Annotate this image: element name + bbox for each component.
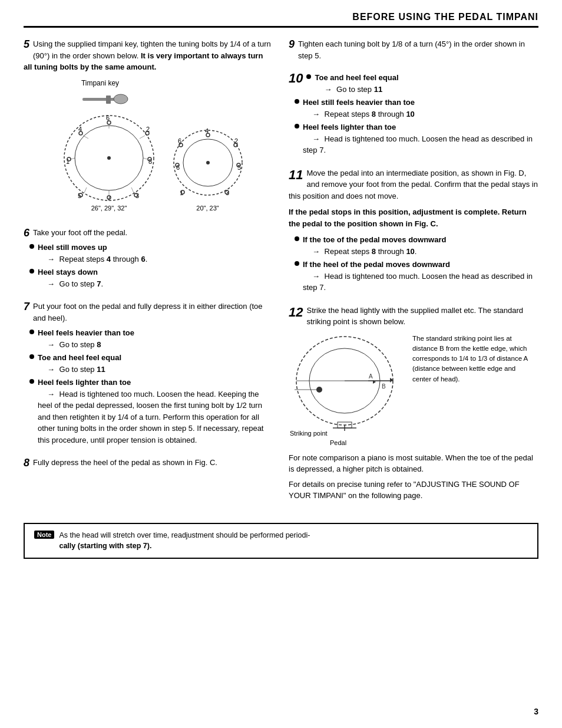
bullet-content: Toe and heel feel equal → Go to step 11: [315, 72, 398, 95]
timpani-key-icon: [82, 91, 130, 108]
step-6-bullets: Heel still moves up → Repeat steps 4 thr…: [29, 242, 271, 289]
note-label: Note: [34, 531, 54, 539]
bullet-dot: [29, 330, 34, 334]
bullet-content: Heel feels heavier than toe → Go to step…: [38, 327, 134, 350]
bullet-dot: [295, 261, 299, 266]
svg-line-26: [84, 187, 87, 193]
step-6-number: 6: [24, 227, 29, 240]
step-11-bullet-2: If the heel of the pedal moves downward …: [295, 259, 538, 294]
note-text: As the head will stretch over time, read…: [59, 530, 310, 552]
step-8-number: 8: [24, 457, 29, 470]
page-header: BEFORE USING THE PEDAL TIMPANI: [24, 12, 538, 28]
step-10-bullets: Toe and heel feel equal → Go to step 11 …: [295, 72, 538, 156]
svg-line-25: [131, 187, 134, 193]
step-12-footer2: For details on precise tuning refer to "…: [289, 479, 538, 502]
content-area: 5 Using the supplied timpani key, tighte…: [24, 38, 538, 511]
drum-1-label: 26", 29", 32": [91, 205, 127, 212]
bullet-dot: [295, 236, 299, 241]
svg-line-23: [140, 136, 145, 139]
step-7-block: 7 Put your foot on the pedal and fully d…: [24, 301, 271, 447]
bullet-content: If the heel of the pedal moves downward …: [303, 259, 538, 294]
bullet-dot: [306, 74, 311, 79]
bullet-dot: [29, 379, 34, 384]
svg-text:1: 1: [65, 158, 69, 165]
step-11-bullet-1: If the toe of the pedal moves downward →…: [295, 234, 538, 257]
step-11-bold-block: If the pedal stops in this position, adj…: [289, 206, 538, 229]
step-12-footer1: For note comparison a piano is most suit…: [289, 452, 538, 475]
step-8-block: 8 Fully depress the heel of the pedal as…: [24, 457, 271, 470]
step-5-diagram: Timpani key: [35, 79, 271, 212]
step-6-bullet-2: Heel stays down → Go to step 7.: [29, 266, 271, 289]
step-10-number: 10: [289, 71, 303, 86]
drum-2: 4 2 5 3 1 6: [170, 126, 246, 212]
step-9-number: 9: [289, 38, 295, 51]
bullet-content: Heel feels lighter than toe → Head is ti…: [38, 377, 271, 446]
step-7-bullet-2: Toe and heel feel equal → Go to step 11: [29, 352, 271, 375]
step-7-number: 7: [24, 301, 29, 314]
kettle-desc-text: The standard striking point lies at dist…: [412, 334, 530, 384]
bullet-dot: [29, 269, 34, 274]
bullet-content: Heel still moves up → Repeat steps 4 thr…: [38, 242, 147, 265]
svg-text:A: A: [369, 373, 373, 380]
step-12-number: 12: [289, 305, 303, 320]
bullet-dot: [29, 354, 34, 359]
kettle-diagram: A B: [289, 334, 538, 446]
drum-1-svg: 6 2 8 3 5 1: [61, 111, 158, 202]
left-column: 5 Using the supplied timpani key, tighte…: [24, 38, 271, 511]
svg-point-1: [114, 94, 128, 104]
svg-text:B: B: [382, 383, 386, 390]
step-11-bullets: If the toe of the pedal moves downward →…: [295, 234, 538, 294]
step-6-text: Take your foot off the pedal.: [33, 228, 127, 237]
svg-line-28: [83, 136, 88, 139]
step-5-text: Using the supplied timpani key, tighten …: [24, 39, 271, 71]
kettle-svg-wrap: A B: [289, 334, 406, 446]
bullet-content: Heel feels lighter than toe → Head is ti…: [303, 121, 538, 156]
step-10-bullet-1: Toe and heel feel equal → Go to step 11: [306, 72, 538, 95]
svg-line-24: [143, 158, 147, 159]
step-12-block: 12 Strike the head lightly with the supp…: [289, 305, 538, 502]
svg-point-5: [107, 156, 111, 160]
step-6-bullet-1: Heel still moves up → Repeat steps 4 thr…: [29, 242, 271, 265]
step-8-text: Fully depress the heel of the pedal as s…: [33, 458, 217, 467]
step-11-text: Move the pedal into an intermediate posi…: [289, 169, 538, 200]
bullet-dot: [295, 99, 299, 104]
pedal-label: Pedal: [330, 439, 406, 446]
step-7-bullet-3: Heel feels lighter than toe → Head is ti…: [29, 377, 271, 446]
bullet-dot: [29, 244, 34, 249]
bullet-content: If the toe of the pedal moves downward →…: [303, 234, 446, 257]
step-7-text: Put your foot on the pedal and fully dep…: [33, 302, 263, 322]
step-7-bullet-1: Heel feels heavier than toe → Go to step…: [29, 327, 271, 350]
step-11-number: 11: [289, 167, 303, 183]
note-box: Note As the head will stretch over time,…: [24, 523, 538, 559]
step-5-block: 5 Using the supplied timpani key, tighte…: [24, 38, 271, 218]
step-9-text: Tighten each tuning bolt by 1/8 of a tur…: [298, 39, 525, 60]
step-5-number: 5: [24, 38, 29, 51]
page-title: BEFORE USING THE PEDAL TIMPANI: [352, 12, 538, 22]
step-10-block: 10 Toe and heel feel equal → Go to step …: [289, 71, 538, 158]
drum-2-label: 20", 23": [196, 205, 219, 212]
drum-2-svg: 4 2 5 3 1 6: [170, 126, 246, 202]
drum-1: 6 2 8 3 5 1: [61, 111, 158, 212]
bullet-content: Toe and heel feel equal → Go to step 11: [38, 352, 121, 375]
drums-row: 6 2 8 3 5 1: [61, 111, 246, 212]
step-7-bullets: Heel feels heavier than toe → Go to step…: [29, 327, 271, 446]
kettle-svg: A B: [289, 334, 406, 434]
svg-text:6: 6: [105, 114, 109, 121]
bullet-dot: [295, 124, 299, 129]
step-12-text: Strike the head lightly with the supplie…: [306, 306, 523, 327]
step-6-block: 6 Take your foot off the pedal. Heel sti…: [24, 227, 271, 292]
step-10-bullet-3: Heel feels lighter than toe → Head is ti…: [295, 121, 538, 156]
svg-point-32: [206, 161, 210, 164]
timpani-key-label: Timpani key: [81, 79, 119, 87]
step-10-bullet-2: Heel still feels heavier than toe → Repe…: [295, 97, 538, 120]
step-9-block: 9 Tighten each tuning bolt by 1/8 of a t…: [289, 38, 538, 61]
right-column: 9 Tighten each tuning bolt by 1/8 of a t…: [289, 38, 538, 511]
step-11-block: 11 Move the pedal into an intermediate p…: [289, 167, 538, 295]
page-number: 3: [534, 707, 538, 716]
bullet-content: Heel still feels heavier than toe → Repe…: [303, 97, 415, 120]
svg-rect-2: [106, 95, 111, 104]
bullet-content: Heel stays down → Go to step 7.: [38, 266, 103, 289]
page: BEFORE USING THE PEDAL TIMPANI 5 Using t…: [0, 0, 562, 728]
